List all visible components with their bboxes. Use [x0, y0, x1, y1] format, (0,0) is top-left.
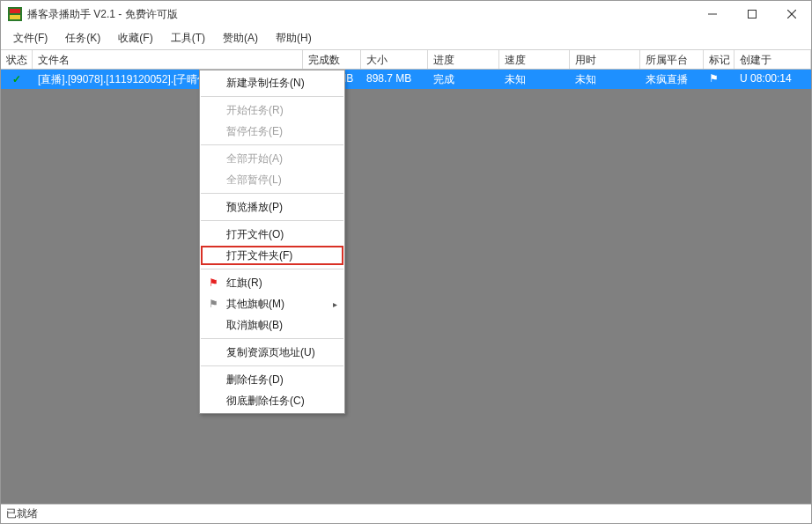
ctx-open-file-label: 打开文件(O)	[226, 227, 284, 242]
ctx-pause-all: 全部暂停(L)	[200, 169, 344, 190]
cell-time: 未知	[570, 70, 640, 89]
menu-tools[interactable]: 工具(T)	[162, 28, 214, 48]
ctx-red-flag[interactable]: ⚑红旗(R)	[200, 272, 344, 293]
col-done[interactable]: 完成数	[303, 50, 361, 69]
separator	[201, 338, 343, 339]
ctx-copy-url[interactable]: 复制资源页地址(U)	[200, 342, 344, 363]
status-text: 已就绪	[6, 506, 38, 521]
ctx-new-task[interactable]: 新建录制任务(N)	[200, 72, 344, 93]
cell-created: U 08:00:14	[734, 70, 811, 89]
ctx-delete-forever[interactable]: 彻底删除任务(C)	[200, 390, 344, 411]
app-icon	[8, 7, 22, 21]
table-body: ✓ [直播].[99078].[1119120052].[子晴伴你久久].[2.…	[1, 70, 811, 504]
ctx-start-all-label: 全部开始(A)	[226, 151, 283, 166]
window-controls	[692, 1, 811, 27]
ctx-delete-forever-label: 彻底删除任务(C)	[226, 394, 305, 409]
cell-progress: 完成	[428, 70, 499, 89]
ctx-open-folder[interactable]: 打开文件夹(F)	[200, 245, 344, 266]
separator	[201, 365, 343, 366]
menubar: 文件(F) 任务(K) 收藏(F) 工具(T) 赞助(A) 帮助(H)	[1, 27, 811, 50]
flag-icon: ⚑	[709, 72, 719, 85]
separator	[201, 269, 343, 269]
ctx-start-all: 全部开始(A)	[200, 148, 344, 169]
flag-red-icon: ⚑	[207, 277, 219, 289]
statusbar: 已就绪	[1, 504, 811, 523]
svg-rect-4	[748, 11, 756, 18]
cell-platform: 来疯直播	[640, 70, 704, 89]
menu-help[interactable]: 帮助(H)	[267, 28, 321, 48]
ctx-pause-all-label: 全部暂停(L)	[226, 173, 282, 188]
ctx-cancel-flag[interactable]: 取消旗帜(B)	[200, 314, 344, 336]
window-title: 播客录播助手 V2.1 - 免费许可版	[27, 7, 692, 22]
ctx-open-file[interactable]: 打开文件(O)	[200, 224, 344, 245]
separator	[201, 144, 343, 145]
separator	[201, 96, 343, 97]
col-size[interactable]: 大小	[361, 50, 428, 69]
ctx-preview-play[interactable]: 预览播放(P)	[200, 196, 344, 218]
svg-rect-1	[10, 9, 20, 13]
svg-rect-2	[10, 15, 20, 19]
ctx-new-task-label: 新建录制任务(N)	[226, 76, 305, 91]
col-filename[interactable]: 文件名	[33, 50, 303, 69]
titlebar: 播客录播助手 V2.1 - 免费许可版	[1, 1, 811, 27]
close-button[interactable]	[771, 1, 811, 27]
col-progress[interactable]: 进度	[428, 50, 499, 69]
table-header: 状态 文件名 完成数 大小 进度 速度 用时 所属平台 标记 创建于	[1, 50, 811, 70]
ctx-other-flags[interactable]: ⚑其他旗帜(M)	[200, 293, 344, 314]
ctx-preview-play-label: 预览播放(P)	[226, 200, 283, 215]
maximize-button[interactable]	[732, 1, 771, 27]
cell-flag: ⚑	[704, 70, 734, 89]
minimize-button[interactable]	[692, 1, 732, 27]
menu-task[interactable]: 任务(K)	[56, 28, 109, 48]
separator	[201, 193, 343, 194]
col-created[interactable]: 创建于	[734, 50, 811, 69]
cell-speed: 未知	[499, 70, 570, 89]
cell-status: ✓	[1, 70, 33, 89]
col-platform[interactable]: 所属平台	[640, 50, 704, 69]
menu-file[interactable]: 文件(F)	[4, 28, 56, 48]
ctx-start-task-label: 开始任务(R)	[226, 103, 284, 118]
col-flag[interactable]: 标记	[704, 50, 734, 69]
col-speed[interactable]: 速度	[499, 50, 570, 69]
menu-donate[interactable]: 赞助(A)	[214, 28, 267, 48]
ctx-delete-task[interactable]: 删除任务(D)	[200, 369, 344, 390]
ctx-other-flags-label: 其他旗帜(M)	[226, 297, 284, 312]
check-icon: ✓	[12, 73, 21, 85]
col-time[interactable]: 用时	[570, 50, 640, 69]
cell-size: 898.7 MB	[361, 70, 428, 89]
context-menu: 新建录制任务(N) 开始任务(R) 暂停任务(E) 全部开始(A) 全部暂停(L…	[199, 70, 345, 414]
ctx-delete-task-label: 删除任务(D)	[226, 373, 284, 387]
menu-fav[interactable]: 收藏(F)	[109, 28, 161, 48]
separator	[201, 220, 343, 221]
ctx-pause-task-label: 暂停任务(E)	[226, 124, 283, 139]
ctx-copy-url-label: 复制资源页地址(U)	[226, 345, 315, 360]
ctx-start-task: 开始任务(R)	[200, 100, 344, 121]
table-row[interactable]: ✓ [直播].[99078].[1119120052].[子晴伴你久久].[2.…	[1, 70, 811, 89]
ctx-cancel-flag-label: 取消旗帜(B)	[226, 318, 283, 333]
col-status[interactable]: 状态	[1, 50, 33, 69]
ctx-pause-task: 暂停任务(E)	[200, 121, 344, 142]
flag-gray-icon: ⚑	[207, 298, 219, 310]
ctx-open-folder-label: 打开文件夹(F)	[226, 248, 292, 263]
app-window: 播客录播助手 V2.1 - 免费许可版 文件(F) 任务(K) 收藏(F) 工具…	[0, 0, 812, 524]
ctx-red-flag-label: 红旗(R)	[226, 276, 262, 291]
